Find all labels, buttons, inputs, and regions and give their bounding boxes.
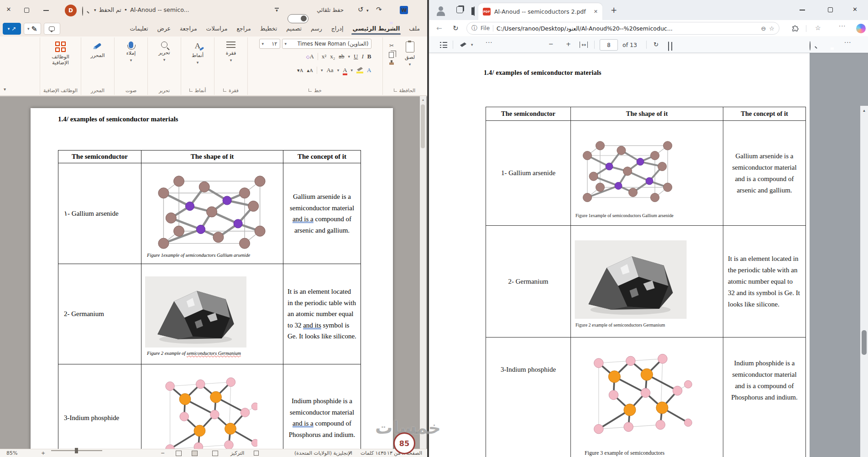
- text-effects-button[interactable]: A: [367, 67, 371, 74]
- tab-actions-icon[interactable]: [474, 6, 475, 16]
- tab-file[interactable]: ملف: [404, 22, 424, 36]
- tab-draw[interactable]: رسم: [306, 22, 327, 36]
- subscript-button[interactable]: x₂: [330, 53, 335, 60]
- grow-font-button[interactable]: A▴: [307, 68, 313, 73]
- highlight-button[interactable]: [356, 67, 363, 73]
- info-icon[interactable]: ⓘ: [471, 24, 477, 32]
- strikethrough-button[interactable]: ab: [339, 53, 344, 60]
- underline-dropdown-icon[interactable]: ▾: [348, 54, 350, 59]
- language-status[interactable]: الإنجليزية (الولايات المتحدة): [294, 450, 352, 456]
- change-case-button[interactable]: Aa: [326, 67, 333, 74]
- focus-button[interactable]: التركيز: [230, 450, 244, 456]
- tab-layout[interactable]: تخطيط: [256, 22, 282, 36]
- url-text[interactable]: C:/Users/ranoo/Desktop/العنود/Al-Anoud%2…: [497, 25, 758, 32]
- word-maximize-icon[interactable]: [24, 8, 29, 13]
- pdf-search-icon[interactable]: [810, 41, 810, 51]
- ribbon-options-icon[interactable]: ▾: [275, 8, 279, 12]
- pdf-scrollbar-thumb[interactable]: [862, 330, 867, 355]
- zoom-in-icon[interactable]: +: [41, 450, 45, 456]
- undo-icon[interactable]: ↺: [358, 5, 364, 14]
- undo-dropdown-icon[interactable]: ▾: [366, 8, 369, 13]
- settings-more-icon[interactable]: ···: [839, 23, 846, 30]
- view-print-layout-icon[interactable]: [192, 451, 198, 456]
- tab-close-icon[interactable]: ✕: [594, 9, 598, 15]
- word-search-icon[interactable]: [82, 6, 83, 16]
- edge-close-icon[interactable]: ✕: [852, 6, 858, 13]
- superscript-button[interactable]: x²: [322, 53, 326, 60]
- font-name-select[interactable]: Times New Roman (العناوين)▾: [282, 39, 371, 49]
- edge-minimize-icon[interactable]: [800, 10, 805, 10]
- word-scrollbar[interactable]: ▴: [420, 96, 426, 449]
- tab-home[interactable]: الشريط الرئيسي: [348, 22, 404, 36]
- pdf-page-view-icon[interactable]: [668, 42, 669, 51]
- shrink-font-button[interactable]: A▾: [297, 68, 303, 73]
- refresh-icon[interactable]: ↻: [453, 24, 459, 32]
- edge-maximize-icon[interactable]: [828, 7, 833, 12]
- font-dialog-launcher[interactable]: [309, 88, 312, 92]
- tab-view[interactable]: عرض: [153, 22, 175, 36]
- url-bar[interactable]: ⓘ File C:/Users/ranoo/Desktop/العنود/Al-…: [466, 22, 779, 35]
- dictate-button[interactable]: إملاء ▾: [118, 39, 144, 62]
- view-read-mode-icon[interactable]: [176, 451, 182, 456]
- favorites-bar-icon[interactable]: ☆: [815, 24, 821, 31]
- paragraph-button[interactable]: فقرة ▾: [218, 39, 244, 62]
- pdf-scrollbar[interactable]: ▴ ▾: [860, 106, 868, 457]
- styles-button[interactable]: A أنماط ▾: [184, 39, 211, 65]
- font-color-button[interactable]: A: [343, 67, 347, 74]
- tab-mailings[interactable]: مراسلات: [202, 22, 232, 36]
- editing-button[interactable]: تحرير ▾: [151, 39, 178, 62]
- title-chevron-icon[interactable]: ▾: [94, 8, 96, 12]
- tab-design[interactable]: تصميم: [282, 22, 306, 36]
- pdf-more-options-icon[interactable]: ···: [844, 39, 851, 46]
- font-size-select[interactable]: ١٢▾: [259, 39, 280, 49]
- word-minimize-icon[interactable]: [43, 10, 49, 11]
- new-tab-button[interactable]: +: [611, 5, 617, 15]
- styles-dialog-launcher[interactable]: [189, 88, 193, 92]
- collapse-ribbon-icon[interactable]: ▾: [4, 87, 6, 92]
- italic-button[interactable]: I: [361, 53, 363, 60]
- zoom-out-icon[interactable]: −: [161, 450, 165, 456]
- pdf-toc-icon[interactable]: [440, 42, 447, 48]
- paragraph-dialog-launcher[interactable]: [223, 88, 226, 92]
- tab-review[interactable]: مراجعة: [175, 22, 202, 36]
- word-page[interactable]: 1.4/ examples of semiconductor materials…: [31, 108, 393, 449]
- pdf-more-tools-icon[interactable]: ···: [486, 39, 492, 46]
- pdf-page[interactable]: 1.4/ examples of semiconductor materials…: [429, 53, 810, 457]
- paste-button[interactable]: لصق ▾: [397, 39, 423, 67]
- share-button[interactable]: ↗▾: [3, 23, 21, 35]
- editor-button[interactable]: المحرر: [84, 39, 111, 58]
- word-count[interactable]: ١٤٣٥ كلمات: [361, 450, 386, 456]
- browser-tab[interactable]: PDF Al-Anoud -- semicoductors 2.pdf ✕: [478, 3, 602, 20]
- pdf-zoom-out-icon[interactable]: −: [549, 41, 554, 47]
- redo-icon[interactable]: ↷: [376, 5, 382, 14]
- zoom-slider-handle[interactable]: [75, 448, 78, 453]
- tab-references[interactable]: مراجع: [232, 22, 255, 36]
- extensions-icon[interactable]: [791, 25, 799, 32]
- pdf-zoom-in-icon[interactable]: +: [566, 41, 571, 47]
- zoom-level[interactable]: 85%: [6, 450, 17, 456]
- view-web-layout-icon[interactable]: [212, 451, 218, 456]
- word-account-avatar[interactable]: D: [65, 5, 77, 16]
- addins-button[interactable]: الوظائف الإضافية: [44, 39, 77, 66]
- word-close-icon[interactable]: ✕: [4, 6, 14, 13]
- editing-mode-button[interactable]: ✎▾: [24, 23, 41, 35]
- clear-formatting-button[interactable]: A◇: [306, 53, 314, 60]
- favorite-star-icon[interactable]: ☆: [769, 25, 774, 32]
- bold-button[interactable]: B: [367, 53, 371, 60]
- tab-insert[interactable]: إدراج: [327, 22, 348, 36]
- pdf-fit-width-icon[interactable]: ↔: [580, 42, 588, 48]
- back-icon[interactable]: ←: [436, 24, 442, 32]
- workspaces-icon[interactable]: [456, 6, 463, 13]
- pdf-rotate-icon[interactable]: ↻: [654, 41, 659, 48]
- pdf-page-input[interactable]: [600, 39, 618, 51]
- comments-button[interactable]: [44, 23, 60, 35]
- underline-button[interactable]: U: [354, 53, 358, 60]
- zoom-out-page-icon[interactable]: ⊖: [761, 25, 766, 32]
- pdf-highlight-icon[interactable]: [460, 42, 466, 47]
- copilot-icon[interactable]: [856, 24, 866, 33]
- format-painter-icon[interactable]: [389, 62, 394, 65]
- copy-icon[interactable]: [389, 52, 394, 58]
- word-scrollbar-thumb[interactable]: [421, 104, 425, 148]
- pdf-highlight-dropdown-icon[interactable]: ▾: [471, 42, 473, 47]
- proofing-icon[interactable]: ✓: [348, 450, 352, 456]
